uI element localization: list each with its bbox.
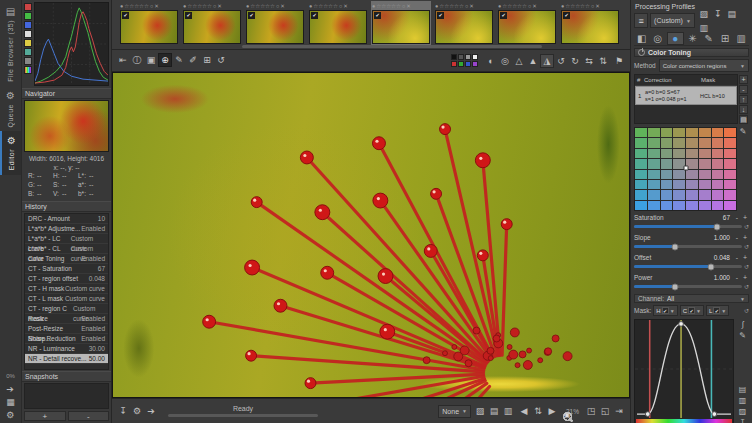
remove-region-icon[interactable]: - — [739, 85, 748, 94]
inspect-lock-icon[interactable]: ▥ — [501, 404, 515, 418]
slider-reset-icon[interactable]: ↺ — [744, 263, 749, 270]
add-region-icon[interactable]: + — [739, 75, 748, 84]
color-grid-cell[interactable] — [673, 201, 685, 210]
color-grid-cell[interactable] — [648, 190, 660, 199]
history-row[interactable]: Noise ReductionEnabled — [25, 334, 108, 344]
color-grid-cell[interactable] — [699, 190, 711, 199]
slider-thumb[interactable] — [714, 223, 721, 230]
mask-toggle-c[interactable]: C✔▼ — [680, 305, 704, 316]
preferences-icon[interactable]: ⚙ — [6, 410, 15, 420]
history-row[interactable]: DRC - Amount10 — [25, 214, 108, 224]
slider-thumb[interactable] — [672, 283, 679, 290]
curve-copy-icon[interactable]: ▤ — [739, 385, 747, 394]
bg-color-swatch[interactable] — [458, 54, 464, 60]
color-grid-cell[interactable] — [686, 170, 698, 179]
curve-paste-icon[interactable]: ▥ — [739, 396, 747, 405]
color-grid-cell[interactable] — [686, 190, 698, 199]
slider-thumb[interactable] — [672, 243, 679, 250]
toggle-filmstrip-icon[interactable]: ➔ — [6, 384, 15, 394]
unrank-icon[interactable]: ○ — [213, 2, 216, 10]
bg-color-swatch[interactable] — [458, 61, 464, 67]
region-row[interactable]: 1 a=0 b=0 S=67 s=1 o=0.048 p=1 HCL b=10 — [635, 86, 737, 105]
channel-row[interactable]: Channel: All ▼ — [634, 294, 749, 303]
trash-icon[interactable]: ✕ — [154, 2, 159, 10]
soft-proof-icon[interactable]: ◐ — [484, 54, 498, 68]
color-grid-cell[interactable] — [661, 128, 673, 137]
color-grid-cell[interactable] — [686, 180, 698, 189]
color-grid-cell[interactable] — [673, 149, 685, 158]
fullscreen-icon[interactable]: ◱ — [598, 404, 612, 418]
history-row[interactable]: Post-Resize Sharp...Enabled — [25, 324, 108, 334]
trash-icon[interactable]: ✕ — [595, 2, 600, 10]
history-row[interactable]: Color ToningEnabled — [25, 254, 108, 264]
sidebar-tab-file-browser[interactable]: ▤File Browser (35) — [0, 2, 21, 86]
color-grid-cell[interactable] — [724, 138, 736, 147]
trash-icon[interactable]: ✕ — [217, 2, 222, 10]
color-grid-cell[interactable] — [635, 170, 647, 179]
save-profile-icon[interactable]: ↧ — [711, 7, 725, 21]
curve-type-icon[interactable]: ∫ — [741, 320, 743, 329]
prev-image-icon[interactable]: ◀ — [517, 404, 531, 418]
color-grid-cell[interactable] — [686, 138, 698, 147]
rating-stars[interactable]: ☆☆☆☆☆ — [187, 2, 212, 10]
tab-transform[interactable]: ⊞ — [717, 32, 732, 45]
history-row[interactable]: L*a*b* - CL curveCustom curve — [25, 244, 108, 254]
color-grid-cell[interactable] — [661, 138, 673, 147]
history-row[interactable]: CT - region offset0.048 — [25, 274, 108, 284]
tab-locallab[interactable]: ✎ — [701, 32, 716, 45]
rating-stars[interactable]: ☆☆☆☆☆ — [376, 2, 401, 10]
history-row[interactable]: CT - region C maskCustom curve — [25, 304, 108, 314]
tab-raw[interactable]: ▥ — [734, 32, 749, 45]
flip-vertical-icon[interactable]: ⇅ — [596, 54, 610, 68]
trash-icon[interactable]: ✕ — [406, 2, 411, 10]
bg-color-swatch[interactable] — [472, 54, 478, 60]
color-grid-cell[interactable] — [699, 170, 711, 179]
color-grid-cell[interactable] — [635, 138, 647, 147]
slider-track[interactable] — [634, 225, 742, 228]
straighten-icon[interactable]: ✎ — [172, 53, 186, 67]
method-select[interactable]: Color correction regions ▼ — [659, 59, 749, 72]
save-image-icon[interactable]: ↧ — [116, 404, 130, 418]
trash-icon[interactable]: ✕ — [343, 2, 348, 10]
color-label-icon[interactable]: ● — [183, 2, 186, 10]
unrank-icon[interactable]: ○ — [591, 2, 594, 10]
grid-edit-pencil-icon[interactable]: ✎ — [740, 127, 747, 137]
color-label-icon[interactable]: ● — [372, 2, 375, 10]
color-grid-cell[interactable] — [712, 138, 724, 147]
curve-editor[interactable] — [634, 319, 734, 423]
history-row[interactable]: L*a*b* - LC curveCustom curve — [25, 234, 108, 244]
folder-quick-icon[interactable]: ▨ — [473, 404, 487, 418]
color-label-icon[interactable]: ● — [246, 2, 249, 10]
before-after-icon[interactable]: ▣ — [144, 53, 158, 67]
image-canvas[interactable] — [112, 72, 630, 398]
color-label-icon[interactable]: ● — [561, 2, 564, 10]
histogram-chroma-toggle[interactable] — [24, 39, 32, 47]
snapshot-stamp-icon[interactable]: ⚑ — [612, 54, 626, 68]
info-icon[interactable]: ⓘ — [130, 54, 144, 68]
grid-marker[interactable] — [683, 166, 688, 171]
color-grid-cell[interactable] — [712, 128, 724, 137]
rating-stars[interactable]: ☆☆☆☆☆ — [250, 2, 275, 10]
filmstrip-thumbnail[interactable]: ●☆☆☆☆☆○✕✔ — [182, 1, 242, 45]
color-grid-cell[interactable] — [712, 180, 724, 189]
filmstrip-scrollbar[interactable] — [242, 45, 542, 48]
filmstrip-thumbnail[interactable]: ●☆☆☆☆☆○✕✔ — [308, 1, 368, 45]
filmstrip-thumbnail[interactable]: ●☆☆☆☆☆○✕✔ — [245, 1, 305, 45]
color-grid-cell[interactable] — [699, 159, 711, 168]
color-grid-cell[interactable] — [699, 180, 711, 189]
color-grid-cell[interactable] — [661, 180, 673, 189]
color-grid-cell[interactable] — [673, 128, 685, 137]
color-grid-cell[interactable] — [648, 201, 660, 210]
power-toggle-icon[interactable] — [638, 49, 645, 56]
snapshots-list[interactable] — [24, 383, 109, 409]
bg-color-swatch[interactable] — [472, 61, 478, 67]
profile-select[interactable]: (Custom) ▼ — [650, 13, 695, 28]
slider-track[interactable] — [634, 245, 742, 248]
slider-increment-button[interactable]: + — [741, 214, 749, 221]
color-grid-cell[interactable] — [699, 149, 711, 158]
slider-track[interactable] — [634, 265, 742, 268]
slider-thumb[interactable] — [707, 263, 714, 270]
unrank-icon[interactable]: ○ — [276, 2, 279, 10]
color-grid-cell[interactable] — [686, 128, 698, 137]
color-grid-cell[interactable] — [661, 149, 673, 158]
